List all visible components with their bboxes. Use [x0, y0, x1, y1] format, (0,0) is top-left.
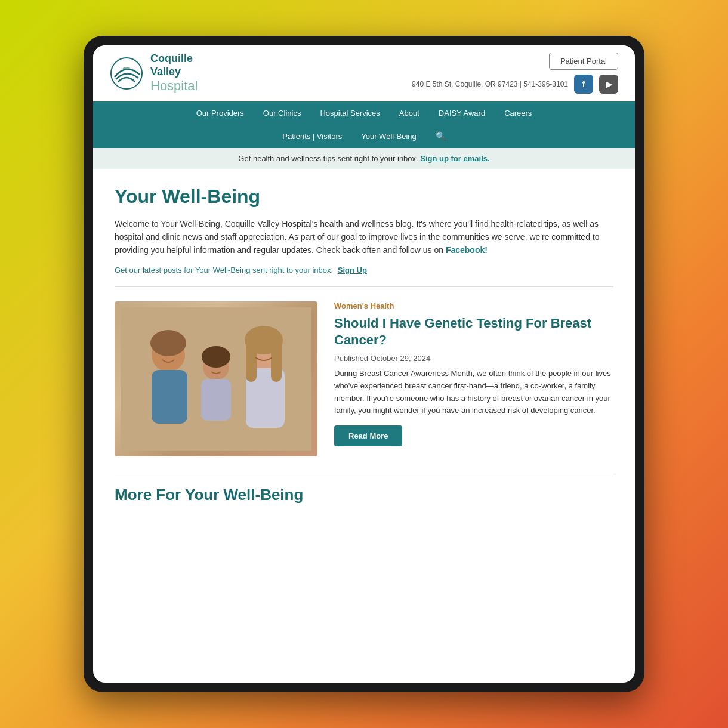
article-content: Women's Health Should I Have Genetic Tes…	[334, 301, 613, 456]
article-image-placeholder	[115, 301, 317, 456]
signup-line: Get our latest posts for Your Well-Being…	[115, 266, 613, 274]
search-icon[interactable]: 🔍	[426, 125, 455, 147]
svg-point-8	[202, 346, 230, 368]
intro-text-body: Welcome to Your Well-Being, Coquille Val…	[115, 219, 599, 255]
svg-rect-12	[246, 340, 257, 382]
svg-rect-13	[271, 340, 282, 382]
nav-item-patients-visitors[interactable]: Patients | Visitors	[273, 125, 351, 148]
device-frame: Coquille Valley Hospital Patient Portal …	[84, 36, 644, 692]
bottom-divider	[115, 476, 613, 476]
signup-prefix: Get our latest posts for Your Well-Being…	[115, 266, 333, 274]
svg-point-5	[150, 330, 186, 356]
more-section-title: More For Your Well-Being	[115, 486, 613, 504]
main-content: Your Well-Being Welcome to Your Well-Bei…	[93, 169, 635, 683]
article-category: Women's Health	[334, 301, 613, 310]
logo-line2: Valley	[150, 66, 198, 79]
svg-rect-4	[152, 370, 187, 424]
content-divider	[115, 286, 613, 287]
nav-item-our-providers[interactable]: Our Providers	[187, 101, 254, 125]
logo-line1: Coquille	[150, 53, 198, 66]
article-excerpt: During Breast Cancer Awareness Month, we…	[334, 368, 613, 417]
patient-portal-button[interactable]: Patient Portal	[549, 53, 618, 70]
banner-text: Get health and wellness tips sent right …	[238, 154, 418, 163]
hospital-logo-icon	[110, 57, 143, 90]
banner-signup-link[interactable]: Sign up for emails.	[420, 154, 489, 163]
read-more-button[interactable]: Read More	[334, 425, 402, 446]
nav-row-1: Our Providers Our Clinics Hospital Servi…	[93, 101, 635, 125]
screen: Coquille Valley Hospital Patient Portal …	[93, 45, 635, 683]
svg-rect-7	[201, 379, 231, 421]
facebook-link[interactable]: Facebook!	[446, 245, 488, 255]
youtube-icon[interactable]: ▶	[599, 75, 618, 94]
signup-link[interactable]: Sign Up	[338, 266, 367, 274]
header-right: Patient Portal 940 E 5th St, Coquille, O…	[412, 53, 618, 94]
article-image	[115, 301, 317, 456]
article-date: Published October 29, 2024	[334, 354, 613, 363]
article-card: Women's Health Should I Have Genetic Tes…	[115, 301, 613, 456]
nav-item-our-clinics[interactable]: Our Clinics	[254, 101, 311, 125]
header: Coquille Valley Hospital Patient Portal …	[93, 45, 635, 101]
nav-item-about[interactable]: About	[390, 101, 429, 125]
nav-item-careers[interactable]: Careers	[495, 101, 541, 125]
email-signup-banner: Get health and wellness tips sent right …	[93, 148, 635, 169]
logo-text: Coquille Valley Hospital	[150, 53, 198, 94]
article-title: Should I Have Genetic Testing For Breast…	[334, 315, 613, 349]
nav-item-your-well-being[interactable]: Your Well-Being	[351, 125, 426, 148]
contact-info: 940 E 5th St, Coquille, OR 97423 | 541-3…	[412, 80, 568, 88]
page-title: Your Well-Being	[115, 186, 613, 208]
logo-line3: Hospital	[150, 78, 198, 94]
nav-item-hospital-services[interactable]: Hospital Services	[310, 101, 389, 125]
svg-rect-1	[123, 67, 130, 69]
contact-social: 940 E 5th St, Coquille, OR 97423 | 541-3…	[412, 75, 618, 94]
logo-area: Coquille Valley Hospital	[110, 53, 198, 94]
intro-paragraph: Welcome to Your Well-Being, Coquille Val…	[115, 217, 613, 257]
nav-bar: Our Providers Our Clinics Hospital Servi…	[93, 101, 635, 148]
facebook-icon[interactable]: f	[574, 75, 593, 94]
nav-row-2: Patients | Visitors Your Well-Being 🔍	[93, 125, 635, 148]
nav-item-daisy-award[interactable]: DAISY Award	[429, 101, 495, 125]
